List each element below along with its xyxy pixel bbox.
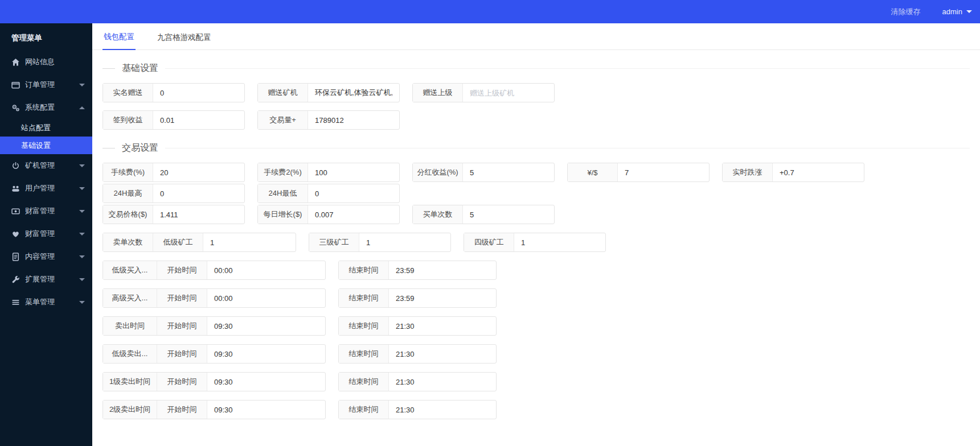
start-time-label: 开始时间	[157, 317, 207, 335]
field-end-time: 结束时间	[338, 316, 497, 336]
field-label: ¥/$	[568, 163, 618, 181]
tab-wallet-config[interactable]: 钱包配置	[102, 32, 136, 50]
sidebar-item-extension-management[interactable]: 扩展管理	[0, 268, 92, 291]
sidebar-header: 管理菜单	[0, 23, 92, 51]
trade-price-input[interactable]	[153, 205, 244, 224]
field-label: 分红收益(%)	[413, 163, 463, 181]
start-time-input[interactable]	[207, 400, 325, 419]
field-start-time: 2级卖出时间 开始时间	[102, 400, 326, 419]
high-24h-input[interactable]	[153, 184, 244, 203]
end-time-input[interactable]	[389, 345, 496, 363]
sidebar-item-user-management[interactable]: 用户管理	[0, 177, 92, 200]
time-row-level2-sell: 2级卖出时间 开始时间 结束时间	[92, 400, 980, 419]
field-trade-volume: 交易量+	[257, 110, 400, 130]
realtime-change-input[interactable]	[773, 163, 864, 181]
caret-down-icon	[966, 10, 972, 13]
time-row-sell: 卖出时间 开始时间 结束时间	[92, 316, 980, 336]
sidebar-item-wealth-management-2[interactable]: 财富管理	[0, 222, 92, 245]
time-row-high-buy: 高级买入... 开始时间 结束时间	[92, 288, 980, 308]
field-label: 买单次数	[413, 205, 463, 224]
form-row: 实名赠送 赠送矿机 赠送上级	[92, 83, 980, 102]
field-start-time: 低级卖出... 开始时间	[102, 344, 326, 364]
miner-icon	[11, 162, 20, 170]
level4-miner-input[interactable]	[514, 233, 605, 251]
field-prefix-label: 卖单次数	[103, 233, 153, 251]
sidebar-item-wealth-management[interactable]: 财富管理	[0, 200, 92, 222]
home-icon	[11, 58, 20, 67]
sidebar-item-label: 网站信息	[25, 57, 85, 67]
fee-percent-input[interactable]	[153, 163, 244, 181]
time-row-name: 卖出时间	[103, 317, 157, 335]
chevron-down-icon	[79, 210, 85, 213]
field-label: 手续费(%)	[103, 163, 153, 181]
sidebar-item-menu-management[interactable]: 菜单管理	[0, 291, 92, 313]
time-row-name: 高级买入...	[103, 289, 157, 307]
level3-miner-input[interactable]	[359, 233, 450, 251]
sidebar-item-label: 矿机管理	[25, 160, 76, 171]
sidebar-item-orders[interactable]: 订单管理	[0, 73, 92, 96]
clear-cache-button[interactable]: 清除缓存	[891, 7, 921, 17]
sidebar-subitem-label: 基础设置	[21, 141, 51, 151]
sidebar-item-site-info[interactable]: 网站信息	[0, 51, 92, 73]
chevron-down-icon	[79, 301, 85, 304]
tab-bar: 钱包配置 九宫格游戏配置	[92, 23, 980, 50]
field-24h-low: 24H最低	[257, 184, 400, 203]
sidebar-item-label: 财富管理	[25, 206, 76, 216]
start-time-input[interactable]	[207, 317, 325, 335]
chevron-down-icon	[79, 187, 85, 190]
end-time-label: 结束时间	[339, 261, 389, 279]
heart-icon	[11, 230, 20, 238]
chevron-down-icon	[79, 233, 85, 236]
field-label: 实名赠送	[103, 84, 153, 102]
tab-grid-game-config[interactable]: 九宫格游戏配置	[156, 32, 212, 49]
dividend-percent-input[interactable]	[463, 163, 554, 181]
field-end-time: 结束时间	[338, 400, 497, 419]
exchange-rate-input[interactable]	[618, 163, 709, 181]
end-time-input[interactable]	[389, 317, 496, 335]
field-end-time: 结束时间	[338, 344, 497, 364]
gears-icon	[11, 104, 20, 112]
gift-upline-input[interactable]	[463, 84, 554, 102]
sidebar-subitem-site-config[interactable]: 站点配置	[0, 119, 92, 137]
field-label: 三级矿工	[309, 233, 359, 251]
realname-gift-input[interactable]	[153, 84, 244, 102]
field-realtime-change: 实时跌涨	[722, 163, 864, 182]
buy-order-count-input[interactable]	[463, 205, 554, 224]
main-content: 钱包配置 九宫格游戏配置 基础设置 实名赠送 赠送矿机 赠送上级 签到收益 交易…	[92, 23, 980, 446]
sidebar-subitem-basic-settings[interactable]: 基础设置	[0, 137, 92, 154]
chevron-down-icon	[79, 164, 85, 167]
end-time-input[interactable]	[389, 289, 496, 307]
sidebar-item-content-management[interactable]: 内容管理	[0, 245, 92, 268]
signin-income-input[interactable]	[153, 111, 244, 129]
low-24h-input[interactable]	[308, 184, 399, 203]
sidebar-item-system-config[interactable]: 系统配置	[0, 96, 92, 119]
form-row: 手续费(%) 手续费2(%) 分红收益(%) ¥/$ 实时跌涨	[92, 163, 980, 182]
users-icon	[11, 184, 20, 193]
end-time-label: 结束时间	[339, 373, 389, 391]
sidebar-item-miner-management[interactable]: 矿机管理	[0, 154, 92, 177]
fee2-percent-input[interactable]	[308, 163, 399, 181]
start-time-input[interactable]	[207, 261, 325, 279]
start-time-input[interactable]	[207, 345, 325, 363]
field-dividend-percent: 分红收益(%)	[412, 163, 555, 182]
field-gift-miner: 赠送矿机	[257, 83, 400, 102]
gift-miner-input[interactable]	[308, 84, 399, 102]
trade-volume-input[interactable]	[308, 111, 399, 129]
field-24h-high: 24H最高	[102, 184, 245, 203]
daily-growth-input[interactable]	[308, 205, 399, 224]
low-miner-input[interactable]	[203, 233, 296, 251]
form-row: 签到收益 交易量+	[92, 110, 980, 130]
end-time-input[interactable]	[389, 400, 496, 419]
user-dropdown[interactable]: admin	[942, 7, 972, 16]
sidebar-item-label: 内容管理	[25, 251, 76, 262]
field-start-time: 卖出时间 开始时间	[102, 316, 326, 336]
field-trade-price: 交易价格($)	[102, 205, 245, 224]
end-time-input[interactable]	[389, 261, 496, 279]
start-time-input[interactable]	[207, 373, 325, 391]
end-time-input[interactable]	[389, 373, 496, 391]
sidebar-item-label: 扩展管理	[25, 274, 76, 284]
field-sell-order-low-miner: 卖单次数 低级矿工	[102, 233, 296, 252]
start-time-input[interactable]	[207, 289, 325, 307]
field-label: 交易量+	[258, 111, 308, 129]
section-title-basic: 基础设置	[102, 63, 970, 75]
